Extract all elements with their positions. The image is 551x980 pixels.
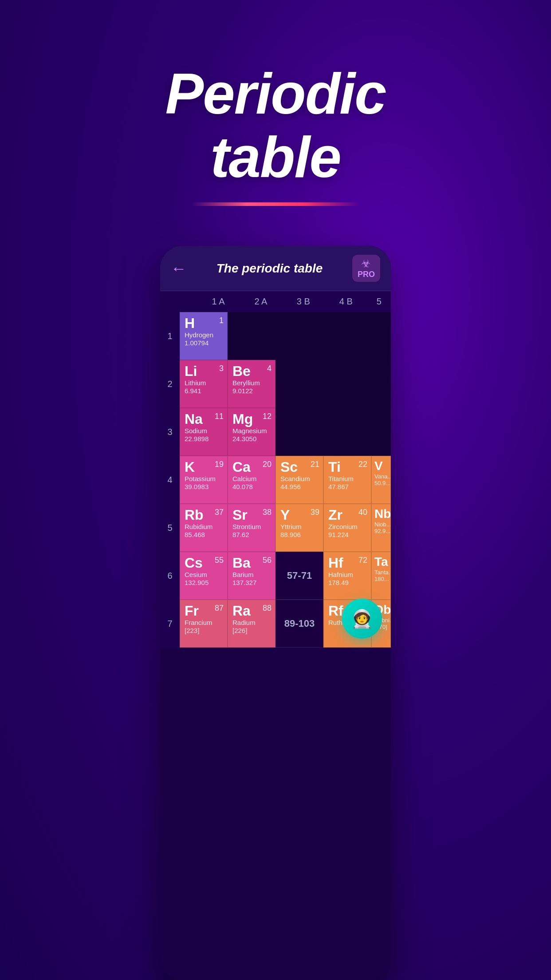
element-Ta-partial[interactable]: Ta Tanta... 180... [371, 552, 391, 600]
element-name: Cesium [185, 571, 223, 579]
empty-partial [371, 408, 391, 456]
element-name: Tanta... [374, 569, 388, 576]
element-name: Radium [232, 619, 271, 627]
table-row: 4 K 19 Potassium 39.0983 Ca 20 Calcium 4… [160, 456, 391, 504]
pro-icon: ☣ [361, 257, 371, 270]
element-name: Strontium [232, 523, 271, 531]
element-Rb[interactable]: Rb 37 Rubidium 85.468 [180, 504, 228, 552]
element-weight: 40.078 [232, 483, 271, 490]
element-Sr[interactable]: Sr 38 Strontium 87.62 [228, 504, 276, 552]
element-number: 38 [263, 508, 272, 517]
element-name: Sodium [185, 427, 223, 435]
element-number: 56 [263, 556, 272, 565]
element-Sc[interactable]: Sc 21 Scandium 44.956 [276, 456, 323, 504]
element-symbol: H [185, 316, 223, 330]
empty-cell [323, 408, 371, 456]
element-name: Magnesium [232, 427, 271, 435]
element-symbol: Li [185, 364, 223, 378]
periodic-table: 1 A 2 A 3 B 4 B 5 1 H 1 Hydrogen 1.00794 [160, 291, 391, 648]
lanthanide-span[interactable]: 57-71 [276, 552, 323, 600]
element-name: Francium [185, 619, 223, 627]
element-number: 87 [215, 604, 224, 613]
element-weight: 9.0122 [232, 387, 271, 395]
element-Ba[interactable]: Ba 56 Barium 137.327 [228, 552, 276, 600]
element-symbol: Be [232, 364, 271, 378]
element-weight: 85.468 [185, 531, 223, 538]
row-spacer [180, 291, 197, 312]
element-number: 19 [215, 460, 224, 469]
element-Ra[interactable]: Ra 88 Radium [226] [228, 600, 276, 648]
empty-cell [276, 312, 323, 360]
pro-badge[interactable]: ☣ PRO [352, 255, 380, 282]
empty-cell [228, 312, 276, 360]
element-number: 55 [215, 556, 224, 565]
element-weight: 178.49 [328, 579, 366, 586]
pro-label: PRO [358, 270, 375, 279]
element-V-partial[interactable]: V Vana... 50.9... [371, 456, 391, 504]
element-name: Potassium [185, 475, 223, 483]
empty-cell [323, 360, 371, 408]
element-Cs[interactable]: Cs 55 Cesium 132.905 [180, 552, 228, 600]
element-weight: 24.3050 [232, 435, 271, 443]
element-name: Vana... [374, 473, 388, 480]
element-Li[interactable]: Li 3 Lithium 6.941 [180, 360, 228, 408]
element-weight: 87.62 [232, 531, 271, 538]
element-Be[interactable]: Be 4 Beryllium 9.0122 [228, 360, 276, 408]
element-name: Barium [232, 571, 271, 579]
element-Hf[interactable]: Hf 72 Hafnium 178.49 [323, 552, 371, 600]
back-button[interactable]: ← [171, 259, 187, 278]
element-Zr[interactable]: Zr 40 Zirconium 91.224 [323, 504, 371, 552]
row-number-3: 3 [160, 408, 180, 456]
col-header-2a: 2 A [240, 291, 282, 312]
element-weight: 137.327 [232, 579, 271, 586]
element-name: Calcium [232, 475, 271, 483]
fab-button[interactable]: 🧑‍🚀 [342, 599, 382, 639]
hero-title-line1: Periodic [165, 62, 386, 126]
empty-partial [371, 312, 391, 360]
col-header-5: 5 [367, 291, 391, 312]
row-number-2: 2 [160, 360, 180, 408]
row-number-6: 6 [160, 552, 180, 600]
element-weight: 50.9... [374, 480, 388, 486]
element-symbol: V [374, 459, 388, 473]
row-number-7: 7 [160, 600, 180, 648]
element-weight: 47.867 [328, 483, 366, 490]
element-weight: 39.0983 [185, 483, 223, 490]
element-weight: 44.956 [280, 483, 319, 490]
empty-cell [276, 360, 323, 408]
element-name: Rubidium [185, 523, 223, 531]
element-number: 39 [311, 508, 319, 517]
element-number: 22 [358, 460, 367, 469]
fab-icon: 🧑‍🚀 [351, 609, 373, 629]
element-Mg[interactable]: Mg 12 Magnesium 24.3050 [228, 408, 276, 456]
element-name: Hafnium [328, 571, 366, 579]
phone-container: ← The periodic table ☣ PRO 1 A 2 A 3 B 4… [160, 246, 391, 980]
element-Na[interactable]: Na 11 Sodium 22.9898 [180, 408, 228, 456]
element-Ti[interactable]: Ti 22 Titanium 47.867 [323, 456, 371, 504]
element-K[interactable]: K 19 Potassium 39.0983 [180, 456, 228, 504]
fab-area: 🧑‍🚀 [160, 648, 391, 674]
element-weight: 1.00794 [185, 339, 223, 347]
element-H[interactable]: H 1 Hydrogen 1.00794 [180, 312, 228, 360]
element-Fr[interactable]: Fr 87 Francium [223] [180, 600, 228, 648]
row-number-1: 1 [160, 312, 180, 360]
element-weight: 91.224 [328, 531, 366, 538]
element-Ca[interactable]: Ca 20 Calcium 40.078 [228, 456, 276, 504]
element-number: 37 [215, 508, 224, 517]
element-weight: 88.906 [280, 531, 319, 538]
element-weight: 6.941 [185, 387, 223, 395]
element-symbol: Nb [374, 507, 388, 521]
element-weight: 180... [374, 576, 388, 582]
actinide-span[interactable]: 89-103 [276, 600, 323, 648]
element-Nb-partial[interactable]: Nb Niob... 92.9... [371, 504, 391, 552]
element-name: Yttrium [280, 523, 319, 531]
table-row: 5 Rb 37 Rubidium 85.468 Sr 38 Strontium … [160, 504, 391, 552]
element-weight: 132.905 [185, 579, 223, 586]
element-number: 3 [219, 364, 224, 373]
table-row: 2 Li 3 Lithium 6.941 Be 4 Beryllium 9.01… [160, 360, 391, 408]
element-Y[interactable]: Y 39 Yttrium 88.906 [276, 504, 323, 552]
element-number: 11 [215, 412, 224, 421]
hero-title-line2: table [165, 126, 386, 189]
element-number: 12 [263, 412, 272, 421]
table-row: 3 Na 11 Sodium 22.9898 Mg 12 Magnesium 2… [160, 408, 391, 456]
